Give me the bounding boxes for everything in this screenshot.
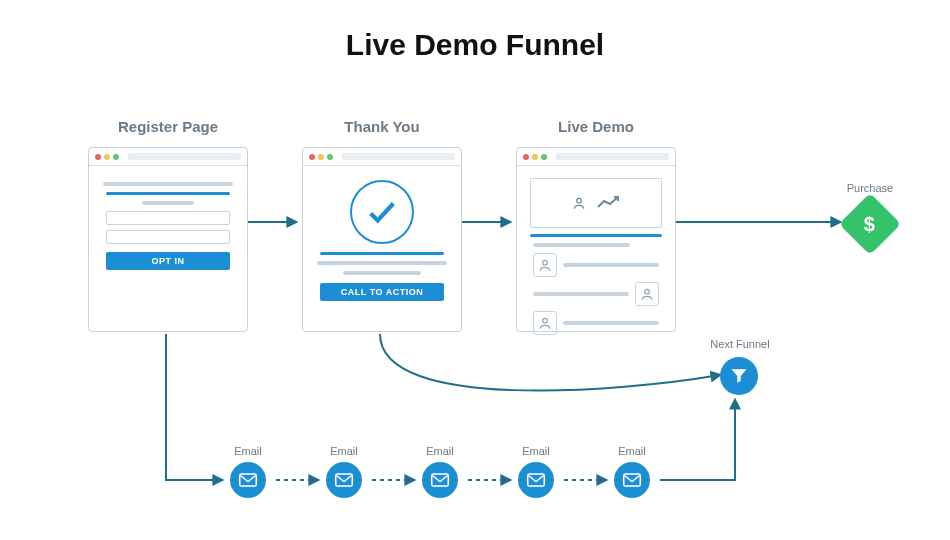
browser-chrome xyxy=(89,148,247,166)
email-label: Email xyxy=(518,445,554,457)
form-input xyxy=(106,211,230,225)
browser-chrome xyxy=(517,148,675,166)
attendee-row xyxy=(533,282,659,306)
text-line xyxy=(533,243,630,247)
attendee-row xyxy=(533,311,659,335)
window-dot-yellow xyxy=(318,154,324,160)
attendee-icon xyxy=(533,311,557,335)
text-line xyxy=(106,192,230,195)
text-line xyxy=(103,182,233,186)
chart-icon xyxy=(596,195,620,211)
diagram-stage: Register Page OPT IN Thank You xyxy=(0,72,950,540)
browser-chrome xyxy=(303,148,461,166)
thankyou-browser: CALL TO ACTION xyxy=(302,147,462,332)
presenter-icon xyxy=(572,196,586,210)
address-bar xyxy=(556,153,669,160)
email-label: Email xyxy=(326,445,362,457)
window-dot-green xyxy=(541,154,547,160)
text-line xyxy=(533,292,629,296)
diagram-title: Live Demo Funnel xyxy=(0,0,950,62)
text-line xyxy=(317,261,447,265)
window-dot-green xyxy=(113,154,119,160)
text-line xyxy=(142,201,194,205)
address-bar xyxy=(128,153,241,160)
purchase-label: Purchase xyxy=(835,182,905,194)
register-browser: OPT IN xyxy=(88,147,248,332)
attendee-icon xyxy=(533,253,557,277)
email-icon xyxy=(230,462,266,498)
email-label: Email xyxy=(422,445,458,457)
window-dot-red xyxy=(523,154,529,160)
svg-point-10 xyxy=(543,318,548,323)
email-icon xyxy=(422,462,458,498)
svg-rect-14 xyxy=(528,474,545,486)
window-dot-red xyxy=(309,154,315,160)
thankyou-label: Thank You xyxy=(302,118,462,135)
livedemo-browser xyxy=(516,147,676,332)
svg-point-9 xyxy=(645,289,650,294)
purchase-icon: $ xyxy=(839,193,901,255)
text-line xyxy=(530,234,661,237)
window-dot-yellow xyxy=(532,154,538,160)
funnel-icon xyxy=(720,357,758,395)
register-label: Register Page xyxy=(88,118,248,135)
form-input xyxy=(106,230,230,244)
window-dot-red xyxy=(95,154,101,160)
cta-button: CALL TO ACTION xyxy=(320,283,444,301)
svg-rect-12 xyxy=(336,474,353,486)
nextfunnel-label: Next Funnel xyxy=(705,338,775,350)
email-label: Email xyxy=(230,445,266,457)
svg-rect-15 xyxy=(624,474,641,486)
livedemo-label: Live Demo xyxy=(516,118,676,135)
dollar-icon: $ xyxy=(864,213,875,236)
svg-rect-13 xyxy=(432,474,449,486)
svg-rect-11 xyxy=(240,474,257,486)
text-line xyxy=(343,271,421,275)
text-line xyxy=(563,263,659,267)
email-icon xyxy=(326,462,362,498)
svg-point-7 xyxy=(577,198,582,203)
address-bar xyxy=(342,153,455,160)
email-label: Email xyxy=(614,445,650,457)
optin-button: OPT IN xyxy=(106,252,230,270)
svg-point-8 xyxy=(543,260,548,265)
text-line xyxy=(563,321,659,325)
checkmark-icon xyxy=(350,180,414,244)
window-dot-green xyxy=(327,154,333,160)
email-icon xyxy=(614,462,650,498)
window-dot-yellow xyxy=(104,154,110,160)
email-icon xyxy=(518,462,554,498)
attendee-icon xyxy=(635,282,659,306)
presentation-slide xyxy=(530,178,661,228)
attendee-row xyxy=(533,253,659,277)
text-line xyxy=(320,252,444,255)
